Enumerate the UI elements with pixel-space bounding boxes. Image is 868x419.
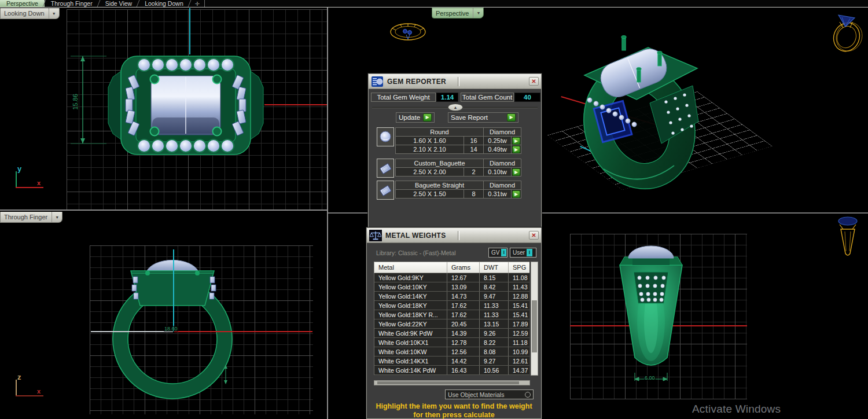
library-label: Library: Classic - (Fast)-Metal — [376, 249, 456, 256]
vertical-scrollbar[interactable] — [531, 262, 538, 376]
update-button[interactable]: Update ▶ — [396, 112, 435, 123]
gem-group-custom-baguette[interactable]: Custom_Baguette Diamond 2.50 X 2.00 2 0.… — [377, 159, 521, 178]
gem-reporter-titlebar[interactable]: GEM REPORTER ✕ — [369, 74, 541, 89]
looking-down-axis-x-label: x — [37, 179, 41, 186]
gem-size: 1.60 X 1.60 — [396, 137, 464, 145]
through-finger-viewport-label[interactable]: Through Finger ▼ — [0, 212, 62, 223]
gem-material: Diamond — [484, 181, 521, 190]
perspective-viewport-label[interactable]: Perspective ▼ — [432, 8, 484, 19]
activate-windows-watermark: Activate Windows — [692, 403, 781, 416]
baguette-gem-icon — [377, 181, 394, 200]
gem-count: 8 — [464, 190, 484, 199]
scale-icon — [369, 230, 382, 241]
metal-table-row[interactable]: Yellow Gold:18KY R...17.6211.3315.41 — [374, 310, 529, 319]
play-icon[interactable]: ▶ — [423, 113, 432, 122]
total-gem-count-value: 40 — [514, 93, 540, 102]
gem-material: Diamond — [484, 159, 521, 168]
dimension-18-60: 18.60 — [164, 326, 178, 332]
chevron-down-icon[interactable]: ▼ — [52, 212, 62, 222]
scrollbar-thumb[interactable] — [377, 381, 519, 384]
metal-table-row[interactable]: Yellow Gold:18KY17.6211.3315.41 — [374, 301, 529, 310]
metal-table-row[interactable]: White Gold:14KX114.429.2712.61 — [374, 356, 529, 366]
metal-table-row[interactable]: Yellow Gold:10KY13.098.4211.43 — [374, 282, 529, 292]
metal-table-row[interactable]: White Gold:10KW12.568.0810.99 — [374, 347, 529, 356]
through-finger-axis-z-label: z — [17, 373, 21, 381]
tab-perspective[interactable]: Perspective — [0, 0, 45, 7]
tab-side-view[interactable]: Side View — [99, 0, 139, 7]
metal-weights-dialog[interactable]: METAL WEIGHTS ✕ Library: Classic - (Fast… — [366, 227, 542, 419]
dropdown-icon[interactable] — [525, 392, 531, 398]
gem-shape: Baguette Straight — [396, 181, 484, 190]
dimension-15-86: 15.86 — [69, 52, 110, 150]
column-spg[interactable]: SPG — [509, 262, 529, 273]
gem-group-round[interactable]: Round Diamond 1.60 X 1.60 16 0.25tw ▶ 2.… — [377, 127, 521, 154]
gem-weight: 0.31tw — [484, 190, 512, 199]
gv-toggle-button[interactable]: GV I — [488, 248, 507, 258]
user-toggle-button[interactable]: User I — [510, 248, 536, 258]
gem-size: 2.50 X 1.50 — [396, 190, 464, 199]
gem-reporter-dialog[interactable]: GEM REPORTER ✕ Total Gem Weight 1.14 Tot… — [368, 73, 542, 229]
dimension-6-00: 6.00 — [644, 375, 656, 381]
ring-model-perspective-view[interactable] — [553, 35, 773, 205]
horizontal-scrollbar[interactable] — [374, 380, 530, 385]
through-finger-axis-x-label: x — [37, 388, 41, 395]
looking-down-axis-y-label: y — [17, 164, 21, 173]
gem-group-baguette-straight[interactable]: Baguette Straight Diamond 2.50 X 1.50 8 … — [377, 181, 521, 200]
metal-table-row[interactable]: White Gold:9K PdW14.399.2612.59 — [374, 329, 529, 338]
through-finger-axis-x-line — [16, 395, 43, 396]
tab-through-finger[interactable]: Through Finger — [45, 0, 99, 7]
play-icon[interactable]: ▶ — [512, 137, 520, 145]
gem-size: 2.10 X 2.10 — [396, 145, 464, 154]
viewport-divider-horizontal-left[interactable] — [0, 210, 327, 211]
collapse-handle-icon[interactable]: ▲ — [448, 104, 463, 111]
ring-model-top-view[interactable] — [106, 53, 266, 158]
total-gem-count-label: Total Gem Count — [461, 93, 514, 102]
gem-reporter-title: GEM REPORTER — [387, 78, 446, 86]
add-viewport-tab-icon[interactable]: ✛ — [190, 0, 205, 7]
hint-text: Highlight the item you want to find the … — [367, 402, 541, 419]
titlebar-groove — [458, 77, 459, 86]
total-gem-weight-label: Total Gem Weight — [371, 93, 436, 102]
metal-weights-title: METAL WEIGHTS — [385, 231, 446, 240]
play-icon[interactable]: ▶ — [507, 113, 516, 122]
gem-count: 16 — [464, 137, 484, 145]
ring-model-side-view[interactable] — [609, 235, 693, 384]
tab-looking-down[interactable]: Looking Down — [138, 0, 190, 7]
play-icon[interactable]: ▶ — [512, 146, 520, 153]
through-finger-axis-z-line — [16, 380, 17, 396]
metal-weights-titlebar[interactable]: METAL WEIGHTS ✕ — [367, 228, 541, 243]
gem-reporter-icon — [371, 76, 384, 87]
column-dwt[interactable]: DWT — [480, 262, 509, 273]
scrollbar-thumb[interactable] — [532, 300, 537, 352]
gem-weight: 0.10tw — [484, 168, 512, 177]
play-icon[interactable]: ▶ — [512, 168, 520, 176]
gold-wireframe-cone-icon — [832, 215, 864, 260]
app-root: { "tabs": { "items": [ { "label": "Persp… — [0, 0, 868, 419]
metal-table-row[interactable]: White Gold:10KX112.788.2211.18 — [374, 338, 529, 347]
metal-table-row[interactable]: Yellow Gold:14KY14.739.4712.88 — [374, 292, 529, 301]
svg-text:15.86: 15.86 — [72, 94, 79, 110]
gem-size: 2.50 X 2.00 — [396, 168, 464, 177]
metal-table: Metal Grams DWT SPG Yellow Gold:9KY12.67… — [374, 262, 529, 375]
gem-count: 14 — [464, 145, 484, 154]
close-icon[interactable]: ✕ — [529, 77, 539, 86]
use-object-materials-select[interactable]: Use Object Materials — [445, 389, 534, 399]
save-report-button[interactable]: Save Report ▶ — [448, 112, 518, 123]
metal-table-row[interactable]: White Gold:14K PdW16.4310.5614.37 — [374, 366, 529, 375]
play-icon[interactable]: ▶ — [512, 190, 520, 198]
column-grams[interactable]: Grams — [447, 262, 480, 273]
close-icon[interactable]: ✕ — [529, 231, 539, 240]
metal-table-row[interactable]: Yellow Gold:22KY20.4513.1517.89 — [374, 319, 529, 329]
looking-down-red-axis-line — [264, 104, 328, 105]
column-metal[interactable]: Metal — [374, 262, 447, 273]
gem-weight: 0.49tw — [484, 145, 512, 154]
toggle-indicator-icon: I — [501, 249, 506, 256]
chevron-down-icon[interactable]: ▼ — [49, 8, 59, 19]
titlebar-groove — [458, 231, 459, 240]
looking-down-axis-y-line — [16, 171, 17, 188]
small-dimension-marker — [221, 363, 230, 385]
chevron-down-icon[interactable]: ▼ — [473, 8, 483, 18]
looking-down-viewport-label[interactable]: Looking Down ▼ — [0, 8, 60, 19]
through-finger-white-centerline — [91, 331, 173, 332]
metal-table-row[interactable]: Yellow Gold:9KY12.678.1511.08 — [374, 273, 529, 282]
